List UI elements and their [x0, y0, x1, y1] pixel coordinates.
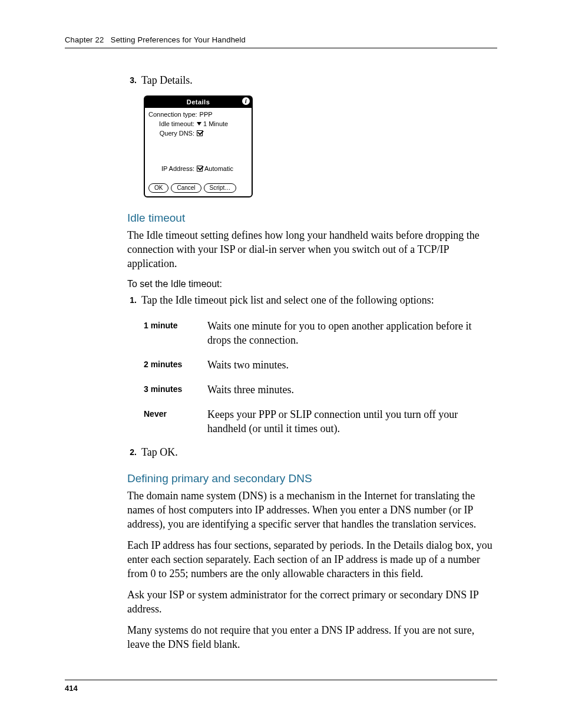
- chapter-title: Setting Preferences for Your Handheld: [111, 35, 246, 44]
- option-desc: Waits two minutes.: [207, 358, 289, 372]
- dns-paragraph-4: Many systems do not require that you ent…: [127, 623, 497, 651]
- screenshot-wrap: Details i Connection type: PPP Idle time…: [144, 95, 497, 197]
- connection-type-value: PPP: [200, 110, 213, 118]
- step-number: 3.: [127, 73, 137, 87]
- header-line: Chapter 22 Setting Preferences for Your …: [65, 35, 497, 48]
- query-dns-label: Query DNS:: [148, 129, 197, 137]
- page: Chapter 22 Setting Preferences for Your …: [0, 0, 562, 728]
- dialog-spacer-2: [148, 174, 248, 181]
- row-query-dns: Query DNS:: [148, 129, 248, 137]
- option-term: Never: [144, 407, 207, 436]
- option-desc: Waits three minutes.: [207, 383, 294, 397]
- step-text: Tap Details.: [141, 73, 193, 87]
- idle-timeout-picklist[interactable]: 1 Minute: [197, 120, 228, 128]
- idle-timeout-value: 1 Minute: [203, 120, 228, 128]
- dns-paragraph-2: Each IP address has four sections, separ…: [127, 538, 497, 581]
- option-row: 3 minutes Waits three minutes.: [144, 383, 497, 397]
- row-ip-address: IP Address: Automatic: [148, 164, 248, 173]
- dns-paragraph-3: Ask your ISP or system administrator for…: [127, 588, 497, 616]
- step-text: Tap the Idle timeout pick list and selec…: [141, 293, 434, 307]
- ip-address-value: Automatic: [204, 164, 233, 173]
- info-icon[interactable]: i: [242, 97, 250, 105]
- details-dialog: Details i Connection type: PPP Idle time…: [144, 95, 253, 197]
- dialog-spacer: [148, 139, 248, 164]
- dialog-title: Details: [187, 98, 210, 106]
- step-text: Tap OK.: [141, 445, 178, 459]
- page-footer: 414: [65, 680, 497, 693]
- idle-timeout-options: 1 minute Waits one minute for you to ope…: [127, 315, 497, 445]
- option-row: Never Keeps your PPP or SLIP connection …: [144, 407, 497, 436]
- ip-address-label: IP Address:: [148, 164, 197, 173]
- option-desc: Keeps your PPP or SLIP connection until …: [207, 407, 497, 436]
- dialog-body: Connection type: PPP Idle timeout: 1 Min…: [145, 108, 252, 196]
- content-column: 3. Tap Details. Details i Connection typ…: [65, 73, 497, 651]
- checkbox-checked-icon: [197, 166, 203, 172]
- dns-paragraph-1: The domain name system (DNS) is a mechan…: [127, 489, 497, 531]
- option-desc: Waits one minute for you to open another…: [207, 319, 497, 347]
- heading-idle-timeout: Idle timeout: [127, 212, 497, 225]
- option-row: 2 minutes Waits two minutes.: [144, 358, 497, 372]
- ok-button[interactable]: OK: [148, 183, 168, 193]
- dialog-buttons: OK Cancel Script…: [148, 181, 248, 193]
- step-number: 2.: [127, 445, 137, 459]
- step-number: 1.: [127, 293, 137, 307]
- idle-timeout-paragraph: The Idle timeout setting defines how lon…: [127, 228, 497, 271]
- dropdown-icon: [197, 122, 201, 126]
- option-term: 2 minutes: [144, 358, 207, 372]
- cancel-button[interactable]: Cancel: [171, 183, 201, 193]
- page-number: 414: [65, 684, 78, 693]
- script-button[interactable]: Script…: [204, 183, 237, 193]
- connection-type-label: Connection type:: [148, 110, 200, 118]
- idle-timeout-label: Idle timeout:: [148, 120, 197, 128]
- option-term: 1 minute: [144, 319, 207, 347]
- heading-dns: Defining primary and secondary DNS: [127, 472, 497, 485]
- idle-step-1: 1. Tap the Idle timeout pick list and se…: [127, 293, 497, 307]
- chapter-label: Chapter 22: [65, 35, 104, 44]
- row-idle-timeout: Idle timeout: 1 Minute: [148, 120, 248, 128]
- option-row: 1 minute Waits one minute for you to ope…: [144, 319, 497, 347]
- dialog-title-bar: Details i: [145, 97, 252, 108]
- query-dns-checkbox[interactable]: [197, 129, 203, 137]
- checkbox-checked-icon: [197, 130, 203, 136]
- option-term: 3 minutes: [144, 383, 207, 397]
- row-connection-type: Connection type: PPP: [148, 110, 248, 118]
- ip-address-checkbox[interactable]: Automatic: [197, 164, 233, 173]
- idle-step-2: 2. Tap OK.: [127, 445, 497, 459]
- step-3: 3. Tap Details.: [127, 73, 497, 87]
- task-heading-idle: To set the Idle timeout:: [127, 279, 497, 289]
